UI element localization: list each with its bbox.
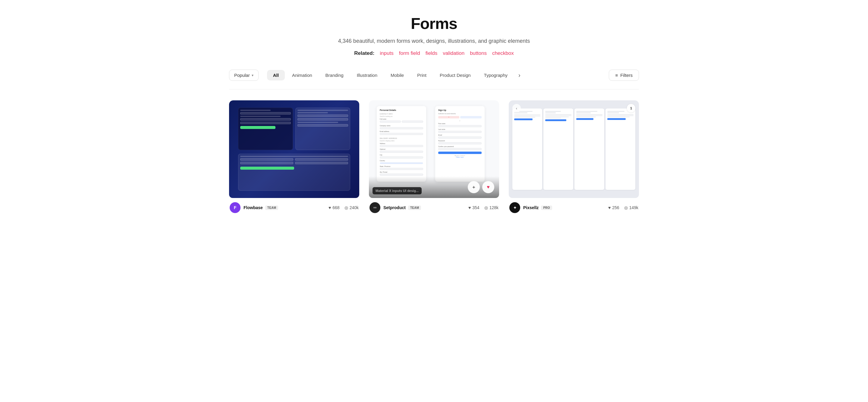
author-info-flowbase: Flowbase TEAM — [244, 205, 326, 210]
tab-animation[interactable]: Animation — [286, 70, 318, 81]
sort-dropdown[interactable]: Popular ▾ — [229, 70, 258, 81]
eye-icon: ◎ — [624, 205, 628, 210]
page-subtitle: 4,346 beautiful, modern forms work, desi… — [235, 38, 633, 44]
card-stats-flowbase: ♥ 668 ◎ 240k — [329, 205, 359, 210]
card-stats-setproduct: ♥ 354 ◎ 128k — [468, 205, 498, 210]
avatar-setproduct: ≡≡ — [370, 202, 380, 213]
views-stat-pixsellz: ◎ 149k — [624, 205, 638, 210]
tab-mobile[interactable]: Mobile — [384, 70, 410, 81]
chevron-down-icon: ▾ — [252, 73, 253, 78]
likes-count-pixsellz: 256 — [612, 205, 619, 210]
mini-panel-3 — [575, 109, 604, 190]
related-link-inputs[interactable]: inputs — [380, 50, 393, 56]
page-title: Forms — [235, 14, 633, 33]
views-stat-setproduct: ◎ 128k — [484, 205, 498, 210]
add-button[interactable]: ＋ — [468, 181, 480, 193]
more-categories-button[interactable]: › — [516, 70, 523, 80]
back-arrow-icon[interactable]: ‹ — [513, 104, 521, 113]
tab-product-design[interactable]: Product Design — [434, 70, 477, 81]
card-footer-setproduct: ≡≡ Setproduct TEAM ♥ 354 ◎ 128k — [369, 198, 499, 213]
card-overlay-buttons: ＋ ♥ — [369, 176, 499, 198]
like-button[interactable]: ♥ — [482, 181, 494, 193]
filters-label: Filters — [620, 73, 632, 78]
avatar-flowbase: F — [230, 202, 241, 213]
card-footer-pixsellz: ✦ Pixsellz PRO ♥ 256 ◎ 149k — [509, 198, 639, 213]
badge-number: 1 — [627, 104, 635, 113]
tab-branding[interactable]: Branding — [319, 70, 350, 81]
mini-panel-4 — [606, 109, 635, 190]
filters-icon: ≡ — [615, 73, 618, 78]
related-link-checkbox[interactable]: checkbox — [492, 50, 514, 56]
sort-label: Popular — [234, 73, 250, 78]
likes-stat-pixsellz: ♥ 256 — [608, 205, 619, 210]
card-thumb-1[interactable] — [229, 100, 359, 198]
heart-icon: ♥ — [608, 205, 611, 210]
related-link-fields[interactable]: fields — [426, 50, 438, 56]
likes-stat-setproduct: ♥ 354 — [468, 205, 479, 210]
heart-icon: ♥ — [468, 205, 471, 210]
likes-stat-flowbase: ♥ 668 — [329, 205, 340, 210]
category-tabs: All Animation Branding Illustration Mobi… — [267, 70, 609, 81]
tab-illustration[interactable]: Illustration — [351, 70, 383, 81]
likes-count-setproduct: 354 — [472, 205, 479, 210]
filters-button[interactable]: ≡ Filters — [609, 70, 639, 81]
author-info-setproduct: Setproduct TEAM — [383, 205, 465, 210]
likes-count-flowbase: 668 — [333, 205, 339, 210]
tab-all[interactable]: All — [267, 70, 285, 81]
author-badge-setproduct: TEAM — [408, 206, 421, 210]
card-footer-flowbase: F Flowbase TEAM ♥ 668 ◎ 240k — [229, 198, 359, 213]
related-link-formfield[interactable]: form field — [399, 50, 420, 56]
card-setproduct: Personal Details Contact info Used for t… — [369, 100, 499, 213]
eye-icon: ◎ — [484, 205, 488, 210]
related-row: Related: inputs form field fields valida… — [235, 50, 633, 56]
eye-icon: ◎ — [344, 205, 348, 210]
filter-row: Popular ▾ All Animation Branding Illustr… — [229, 64, 639, 90]
tab-typography[interactable]: Typography — [478, 70, 514, 81]
heart-icon: ♥ — [329, 205, 331, 210]
cards-grid: F Flowbase TEAM ♥ 668 ◎ 240k — [229, 90, 639, 227]
views-count-flowbase: 240k — [350, 205, 359, 210]
related-link-validation[interactable]: validation — [443, 50, 464, 56]
card-thumb-3[interactable]: 1 ‹ — [509, 100, 639, 198]
avatar-pixsellz: ✦ — [509, 202, 520, 213]
related-label: Related: — [354, 50, 374, 56]
views-count-setproduct: 128k — [490, 205, 498, 210]
author-info-pixsellz: Pixsellz PRO — [523, 205, 605, 210]
author-name-pixsellz: Pixsellz — [523, 205, 538, 210]
card-flowbase: F Flowbase TEAM ♥ 668 ◎ 240k — [229, 100, 359, 213]
card-pixsellz: 1 ‹ ✦ Pixsellz PRO ♥ 256 ◎ 149k — [509, 100, 639, 213]
author-badge-flowbase: TEAM — [265, 206, 278, 210]
card-stats-pixsellz: ♥ 256 ◎ 149k — [608, 205, 638, 210]
author-name-flowbase: Flowbase — [244, 205, 263, 210]
views-count-pixsellz: 149k — [629, 205, 638, 210]
card-thumb-2[interactable]: Personal Details Contact info Used for t… — [369, 100, 499, 198]
header-section: Forms 4,346 beautiful, modern forms work… — [229, 0, 639, 64]
related-link-buttons[interactable]: buttons — [470, 50, 487, 56]
mini-panel-2 — [544, 109, 573, 190]
tab-print[interactable]: Print — [411, 70, 433, 81]
author-name-setproduct: Setproduct — [383, 205, 406, 210]
author-badge-pixsellz: PRO — [541, 206, 552, 210]
mini-panel-1 — [513, 109, 542, 190]
views-stat-flowbase: ◎ 240k — [344, 205, 359, 210]
